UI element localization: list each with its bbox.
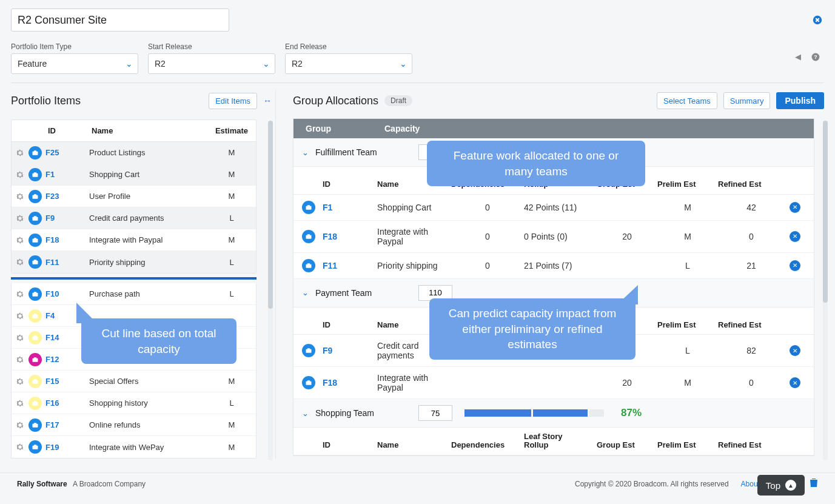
- table-row[interactable]: F25Product ListingsM: [12, 142, 256, 164]
- item-id-link[interactable]: F18: [323, 232, 337, 241]
- item-group-est: 20: [597, 378, 657, 388]
- table-row[interactable]: F1Shopping CartM: [12, 164, 256, 186]
- item-id-link[interactable]: F9: [323, 346, 332, 355]
- col-group-est: Group Est: [597, 441, 657, 449]
- item-name: User Profile: [89, 192, 207, 201]
- trash-icon[interactable]: [810, 478, 818, 489]
- gear-icon[interactable]: [12, 286, 29, 303]
- item-id-link[interactable]: F14: [45, 333, 59, 342]
- summary-button[interactable]: Summary: [723, 92, 771, 109]
- gear-icon[interactable]: [12, 166, 29, 183]
- table-row[interactable]: F17Online refundsM: [12, 414, 256, 436]
- remove-icon[interactable]: ✕: [790, 345, 800, 356]
- item-id-link[interactable]: F15: [45, 377, 59, 386]
- table-row[interactable]: F15Special OffersM: [12, 371, 256, 392]
- chevron-down-icon: ⌄: [400, 59, 407, 69]
- item-id-link[interactable]: F11: [323, 261, 337, 270]
- remove-icon[interactable]: ✕: [790, 260, 800, 271]
- chevron-down-icon[interactable]: ⌄: [302, 409, 315, 418]
- item-id-link[interactable]: F19: [45, 443, 59, 452]
- capacity-input[interactable]: [418, 405, 452, 421]
- scrollbar[interactable]: [268, 121, 273, 460]
- svg-rect-31: [306, 206, 312, 209]
- table-row[interactable]: F9Credit card paymentsL: [12, 207, 256, 229]
- gear-icon[interactable]: [12, 307, 29, 324]
- table-row[interactable]: F19Integrate with WePayM: [12, 436, 256, 458]
- item-estimate: L: [207, 398, 256, 408]
- item-refined-est: 21: [718, 261, 785, 270]
- group-header-row[interactable]: ⌄Shopping Team87%: [293, 399, 814, 428]
- feature-icon: [29, 287, 45, 301]
- gear-icon[interactable]: [12, 417, 29, 434]
- chevron-down-icon: ⌄: [263, 59, 270, 69]
- svg-rect-5: [33, 173, 38, 176]
- page-title-input[interactable]: [11, 8, 229, 32]
- gear-icon[interactable]: [12, 373, 29, 390]
- feature-icon: [29, 212, 45, 225]
- chevron-down-icon[interactable]: ⌄: [302, 288, 315, 297]
- svg-rect-13: [33, 261, 38, 264]
- svg-rect-10: [34, 216, 37, 217]
- table-row[interactable]: F18Integrate with PaypalM: [12, 229, 256, 251]
- table-row: F18Integrate with Paypal00 Points (0)20M…: [293, 221, 814, 253]
- item-id-link[interactable]: F23: [45, 192, 59, 201]
- item-name: Online refunds: [89, 420, 207, 429]
- table-row: F11Priority shipping021 Points (7)L21✕: [293, 253, 814, 279]
- table-row[interactable]: F11Priority shippingL: [12, 251, 256, 273]
- item-id-link[interactable]: F1: [323, 203, 332, 212]
- gear-icon[interactable]: [12, 395, 29, 412]
- svg-rect-40: [307, 380, 310, 381]
- expand-icon[interactable]: ↔: [263, 96, 272, 106]
- table-row[interactable]: F16Shopping historyL: [12, 392, 256, 414]
- svg-rect-12: [34, 238, 37, 239]
- table-row[interactable]: F10Purchase pathL: [12, 283, 256, 305]
- filter-end-select[interactable]: R2 ⌄: [285, 53, 412, 74]
- gear-icon[interactable]: [12, 232, 29, 249]
- top-button[interactable]: Top ▲: [757, 475, 805, 496]
- item-id-link[interactable]: F16: [45, 398, 59, 408]
- gear-icon[interactable]: [12, 351, 29, 368]
- close-icon[interactable]: [811, 13, 824, 27]
- svg-rect-16: [34, 292, 37, 293]
- filter-pit-label: Portfolio Item Type: [11, 42, 138, 51]
- select-teams-button[interactable]: Select Teams: [657, 92, 717, 109]
- chevron-down-icon[interactable]: ⌄: [302, 148, 315, 157]
- gear-icon[interactable]: [12, 210, 29, 227]
- gear-icon[interactable]: [12, 438, 29, 455]
- svg-rect-14: [34, 260, 37, 261]
- remove-icon[interactable]: ✕: [790, 202, 800, 213]
- item-id-link[interactable]: F25: [45, 148, 59, 157]
- item-name: Credit card payments: [89, 213, 207, 223]
- item-dependencies: 0: [451, 203, 524, 212]
- gear-icon[interactable]: [12, 329, 29, 346]
- remove-icon[interactable]: ✕: [790, 377, 800, 388]
- help-icon[interactable]: ?: [811, 52, 820, 64]
- gear-icon[interactable]: [12, 144, 29, 161]
- item-group-est: 20: [597, 232, 657, 241]
- feature-icon: [302, 376, 323, 389]
- edit-items-button[interactable]: Edit Items: [209, 93, 257, 109]
- item-id-link[interactable]: F10: [45, 289, 59, 298]
- col-refined-est: Refined Est: [718, 321, 785, 329]
- item-id-link[interactable]: F12: [45, 355, 59, 364]
- feature-icon: [29, 397, 45, 410]
- item-id-link[interactable]: F9: [45, 213, 55, 223]
- item-id-link[interactable]: F17: [45, 420, 59, 429]
- item-estimate: M: [207, 235, 256, 244]
- filter-start-select[interactable]: R2 ⌄: [148, 53, 275, 74]
- item-id-link[interactable]: F1: [45, 170, 55, 179]
- announce-icon[interactable]: ◀: [795, 52, 801, 64]
- remove-icon[interactable]: ✕: [790, 231, 800, 242]
- scrollbar[interactable]: [823, 121, 828, 460]
- item-id-link[interactable]: F18: [45, 235, 59, 244]
- table-row[interactable]: F23User ProfileM: [12, 186, 256, 207]
- filter-pit-select[interactable]: Feature ⌄: [11, 53, 138, 74]
- item-id-link[interactable]: F4: [45, 311, 55, 320]
- gear-icon[interactable]: [12, 188, 29, 205]
- publish-button[interactable]: Publish: [776, 92, 824, 109]
- item-id-link[interactable]: F11: [45, 258, 59, 267]
- gear-icon[interactable]: [12, 254, 29, 270]
- item-id-link[interactable]: F18: [323, 378, 337, 388]
- item-estimate: M: [207, 170, 256, 179]
- draft-badge: Draft: [384, 95, 412, 106]
